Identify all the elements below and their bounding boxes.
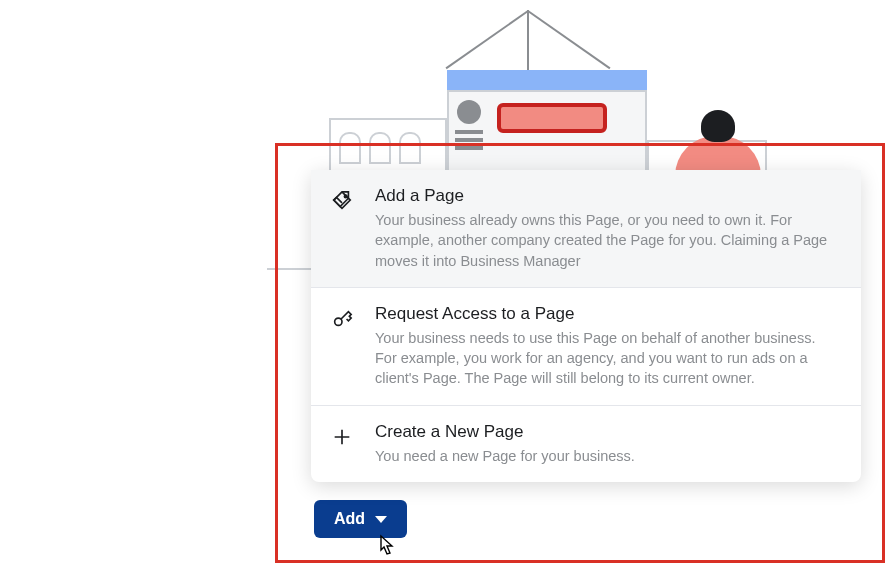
menu-item-request-access[interactable]: Request Access to a Page Your business n…	[311, 288, 861, 406]
add-dropdown-menu: Add a Page Your business already owns th…	[311, 170, 861, 482]
menu-item-title: Create a New Page	[375, 422, 635, 442]
add-button[interactable]: Add	[314, 500, 407, 538]
plus-icon	[331, 426, 361, 452]
menu-item-subtitle: Your business already owns this Page, or…	[375, 210, 841, 271]
chevron-down-icon	[375, 516, 387, 523]
tag-icon	[331, 190, 361, 216]
menu-item-add-page[interactable]: Add a Page Your business already owns th…	[311, 170, 861, 288]
add-button-label: Add	[334, 510, 365, 528]
key-icon	[331, 308, 361, 334]
menu-item-title: Request Access to a Page	[375, 304, 841, 324]
menu-item-subtitle: Your business needs to use this Page on …	[375, 328, 841, 389]
menu-item-create-page[interactable]: Create a New Page You need a new Page fo…	[311, 406, 861, 482]
svg-point-1	[335, 318, 342, 325]
menu-item-title: Add a Page	[375, 186, 841, 206]
menu-item-subtitle: You need a new Page for your business.	[375, 446, 635, 466]
cursor-pointer-icon	[375, 534, 397, 560]
svg-point-0	[344, 195, 347, 198]
